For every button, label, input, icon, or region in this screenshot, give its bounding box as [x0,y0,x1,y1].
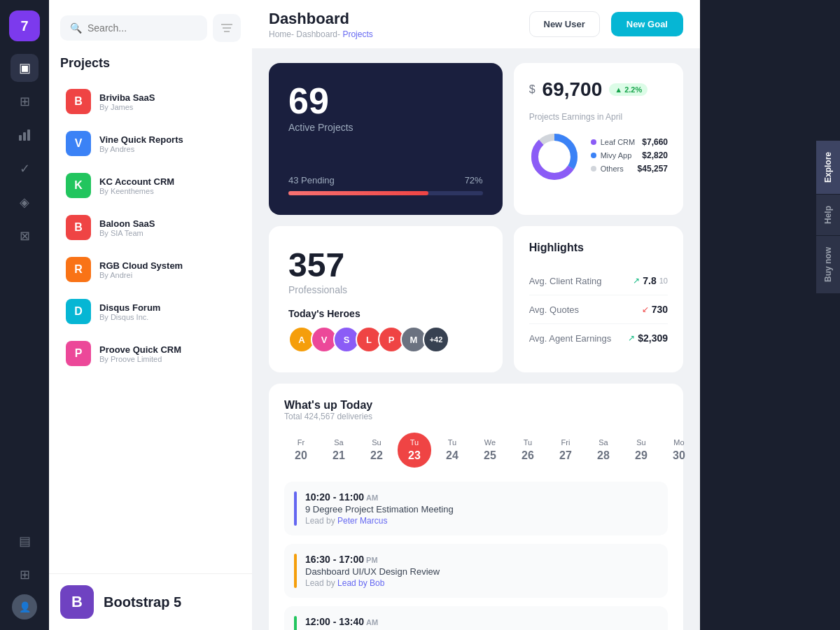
sidebar-project-item[interactable]: B Briviba SaaS By James [60,82,241,121]
legend-label: Others [601,164,624,173]
day-name: Tu [410,438,419,447]
project-logo: R [66,257,91,282]
day-name: Sa [598,438,608,447]
nav-icon-check[interactable]: ✓ [10,155,38,183]
sidebar: 🔍 Projects B Briviba SaaS By James V Vin… [49,0,252,630]
search-input[interactable] [88,22,197,34]
day-number: 24 [446,449,458,462]
day-number: 21 [332,449,345,462]
calendar-day[interactable]: Su 22 [360,433,393,468]
calendar-header: What's up Today Total 424,567 deliveries [284,399,668,421]
earnings-badge: ▲ 2.2% [609,83,648,96]
highlight-row: Avg. Quotes ↙ 730 [529,295,668,324]
heroes-label: Today's Heroes [288,308,483,319]
left-navigation: 7 ▣ ⊞ ✓ ◈ ⊠ ▤ ⊞ 👤 [0,0,49,630]
event-color-line [294,491,297,526]
nav-avatar[interactable]: 7 [9,10,40,41]
sidebar-project-item[interactable]: D Disqus Forum By Disqus Inc. [60,292,241,331]
event-lead: Lead by Lead by Bob [305,578,658,588]
nav-icon-box[interactable]: ⊠ [10,222,38,250]
day-number: 30 [673,449,685,462]
new-user-button[interactable]: New User [529,11,600,37]
hero-avatar: +42 [423,326,449,353]
right-panel: ExploreHelpBuy now [700,0,840,630]
earnings-dollar: $ [529,83,536,96]
project-logo: D [66,299,91,324]
card-professionals: 357 Professionals Today's Heroes AVSLPM+… [269,226,503,372]
sidebar-project-item[interactable]: P Proove Quick CRM By Proove Limited [60,334,241,373]
day-name: Mo [673,438,684,447]
sidebar-project-item[interactable]: V Vine Quick Reports By Andres [60,124,241,163]
event-ampm: PM [366,556,378,564]
highlight-value: $2,309 [638,332,668,344]
project-info: KC Account CRM By Keenthemes [99,176,174,195]
event-info: 12:00 - 13:40AM Marketing Campaign Discu… [305,616,658,630]
calendar-day[interactable]: Tu 26 [511,433,545,468]
legend-label: Leaf CRM [601,138,636,146]
project-logo: K [66,173,91,198]
highlight-row: Avg. Client Rating ↗ 7.8 10 [529,267,668,295]
main-content: Dashboard Home- Dashboard- Projects New … [252,0,700,630]
nav-icon-dashboard[interactable]: ▣ [10,54,38,82]
day-number: 29 [635,449,648,462]
highlight-value-row: ↗ 7.8 10 [633,275,668,286]
projects-list: B Briviba SaaS By James V Vine Quick Rep… [60,82,241,376]
day-name: Su [372,438,381,447]
search-icon: 🔍 [70,22,82,34]
nav-icon-grid2[interactable]: ⊞ [10,561,38,589]
nav-icon-grid[interactable]: ⊞ [10,88,38,115]
nav-icon-card[interactable]: ▤ [10,527,38,555]
event-time: 12:00 - 13:40AM [305,616,658,627]
pending-row: 43 Pending 72% [288,175,483,186]
breadcrumb: Home- Dashboard- Projects [269,29,518,39]
svg-rect-2 [27,130,30,141]
calendar-day[interactable]: Tu 23 [398,433,431,468]
calendar-day[interactable]: We 25 [473,433,507,468]
calendar-day[interactable]: Sa 28 [587,433,620,468]
calendar-day[interactable]: Mo 30 [662,433,696,468]
earnings-amount: 69,700 [542,78,603,101]
project-name: RGB Cloud System [99,260,183,271]
progress-bar-bg [288,191,483,195]
event-lead-link[interactable]: Peter Marcus [337,516,387,526]
nav-icon-layers[interactable]: ◈ [10,188,38,216]
day-name: Tu [524,438,532,447]
topbar: Dashboard Home- Dashboard- Projects New … [252,0,700,49]
legend-item: Leaf CRM $7,660 [591,137,668,147]
sidebar-project-item[interactable]: B Baloon SaaS By SIA Team [60,208,241,247]
new-goal-button[interactable]: New Goal [611,12,683,36]
earnings-subtitle: Projects Earnings in April [529,112,668,122]
calendar-day[interactable]: Su 29 [624,433,658,468]
legend-item: Others $45,257 [591,164,668,174]
right-panel-tab[interactable]: Explore [816,140,840,194]
project-by: By Proove Limited [99,355,181,363]
right-panel-tabs: ExploreHelpBuy now [816,140,840,293]
project-by: By Andres [99,145,183,153]
projects-heading: Projects [60,56,241,71]
event-lead-link[interactable]: Lead by Bob [337,578,384,588]
filter-button[interactable] [213,14,241,42]
right-panel-tab[interactable]: Buy now [816,235,840,293]
calendar-day[interactable]: Sa 21 [322,433,356,468]
bootstrap-promo-card: B Bootstrap 5 [49,573,252,630]
nav-user-avatar[interactable]: 👤 [12,594,37,620]
calendar-day[interactable]: Fr 20 [284,433,318,468]
day-name: Fr [298,438,304,447]
highlight-label: Avg. Client Rating [529,276,602,286]
card-earnings: $ 69,700 ▲ 2.2% Projects Earnings in Apr… [514,63,683,215]
day-number: 20 [295,449,307,462]
pending-pct: 72% [465,175,483,186]
day-number: 26 [522,449,534,462]
topbar-title-area: Dashboard Home- Dashboard- Projects [269,10,518,39]
sidebar-project-item[interactable]: R RGB Cloud System By Andrei [60,250,241,289]
sidebar-project-item[interactable]: K KC Account CRM By Keenthemes [60,166,241,205]
calendar-day[interactable]: Fri 27 [549,433,582,468]
event-info: 10:20 - 11:00AM 9 Degree Project Estimat… [305,491,658,526]
event-ampm: AM [366,493,378,502]
day-name: Tu [448,438,456,447]
calendar-day[interactable]: Tu 24 [435,433,469,468]
project-by: By Andrei [99,271,183,279]
project-name: KC Account CRM [99,176,174,187]
right-panel-tab[interactable]: Help [816,194,840,235]
nav-icon-chart[interactable] [10,121,38,149]
